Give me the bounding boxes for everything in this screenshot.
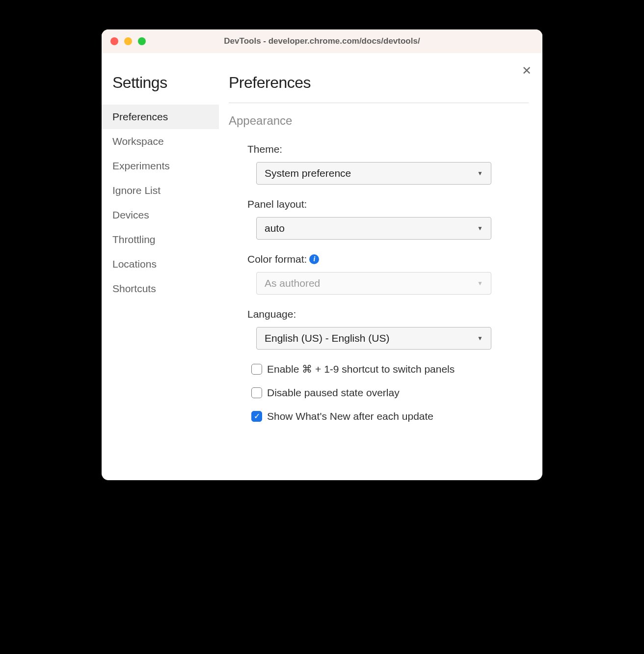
field-color-format: Color format: i As authored ▼: [247, 253, 529, 295]
language-select[interactable]: English (US) - English (US) ▼: [256, 327, 491, 350]
sidebar-item-label: Ignore List: [112, 185, 161, 196]
window-controls: [110, 37, 146, 45]
window-title: DevTools - developer.chrome.com/docs/dev…: [102, 36, 542, 46]
color-format-value: As authored: [265, 277, 320, 289]
color-format-select: As authored ▼: [256, 272, 491, 295]
chevron-down-icon: ▼: [477, 280, 483, 287]
content-area: ✕ Settings Preferences Workspace Experim…: [102, 53, 542, 480]
checkbox-input[interactable]: ✓: [251, 411, 262, 422]
theme-value: System preference: [265, 167, 351, 179]
language-label: Language:: [247, 308, 529, 320]
sidebar: Settings Preferences Workspace Experimen…: [102, 53, 219, 480]
info-icon[interactable]: i: [309, 254, 319, 264]
language-value: English (US) - English (US): [265, 332, 389, 344]
panel-layout-value: auto: [265, 222, 285, 234]
checkbox-label: Disable paused state overlay: [267, 387, 400, 399]
settings-window: DevTools - developer.chrome.com/docs/dev…: [102, 29, 542, 480]
page-title: Preferences: [229, 74, 529, 103]
checkbox-whats-new[interactable]: ✓ Show What's New after each update: [251, 410, 529, 422]
sidebar-item-label: Locations: [112, 258, 157, 270]
sidebar-item-label: Preferences: [112, 111, 168, 122]
field-theme: Theme: System preference ▼: [247, 143, 529, 185]
maximize-window-button[interactable]: [138, 37, 146, 45]
sidebar-item-ignore-list[interactable]: Ignore List: [102, 178, 219, 203]
checkbox-label: Enable ⌘ + 1-9 shortcut to switch panels: [267, 363, 455, 375]
check-icon: ✓: [254, 412, 260, 420]
sidebar-item-label: Workspace: [112, 136, 164, 147]
main-panel: Preferences Appearance Theme: System pre…: [219, 53, 542, 480]
theme-label: Theme:: [247, 143, 529, 155]
theme-select[interactable]: System preference ▼: [256, 162, 491, 185]
sidebar-item-experiments[interactable]: Experiments: [102, 154, 219, 178]
checkbox-input[interactable]: [251, 387, 262, 398]
checkbox-label: Show What's New after each update: [267, 410, 433, 422]
sidebar-title: Settings: [102, 74, 219, 92]
sidebar-item-label: Devices: [112, 209, 149, 220]
field-language: Language: English (US) - English (US) ▼: [247, 308, 529, 350]
checkbox-disable-overlay[interactable]: Disable paused state overlay: [251, 387, 529, 399]
sidebar-item-locations[interactable]: Locations: [102, 252, 219, 276]
checkbox-input[interactable]: [251, 364, 262, 375]
close-window-button[interactable]: [110, 37, 118, 45]
sidebar-item-shortcuts[interactable]: Shortcuts: [102, 276, 219, 301]
chevron-down-icon: ▼: [477, 225, 483, 232]
sidebar-item-label: Experiments: [112, 160, 170, 171]
sidebar-item-label: Throttling: [112, 234, 156, 245]
panel-layout-label: Panel layout:: [247, 198, 529, 210]
chevron-down-icon: ▼: [477, 170, 483, 177]
sidebar-item-workspace[interactable]: Workspace: [102, 129, 219, 154]
section-appearance: Appearance: [229, 114, 529, 128]
sidebar-item-preferences[interactable]: Preferences: [102, 105, 219, 129]
sidebar-item-throttling[interactable]: Throttling: [102, 227, 219, 252]
sidebar-item-label: Shortcuts: [112, 283, 156, 294]
field-panel-layout: Panel layout: auto ▼: [247, 198, 529, 240]
close-icon[interactable]: ✕: [522, 65, 532, 77]
checkbox-enable-shortcut[interactable]: Enable ⌘ + 1-9 shortcut to switch panels: [251, 363, 529, 375]
color-format-label: Color format: i: [247, 253, 529, 265]
titlebar: DevTools - developer.chrome.com/docs/dev…: [102, 29, 542, 53]
minimize-window-button[interactable]: [124, 37, 132, 45]
panel-layout-select[interactable]: auto ▼: [256, 217, 491, 240]
chevron-down-icon: ▼: [477, 335, 483, 342]
sidebar-item-devices[interactable]: Devices: [102, 203, 219, 227]
